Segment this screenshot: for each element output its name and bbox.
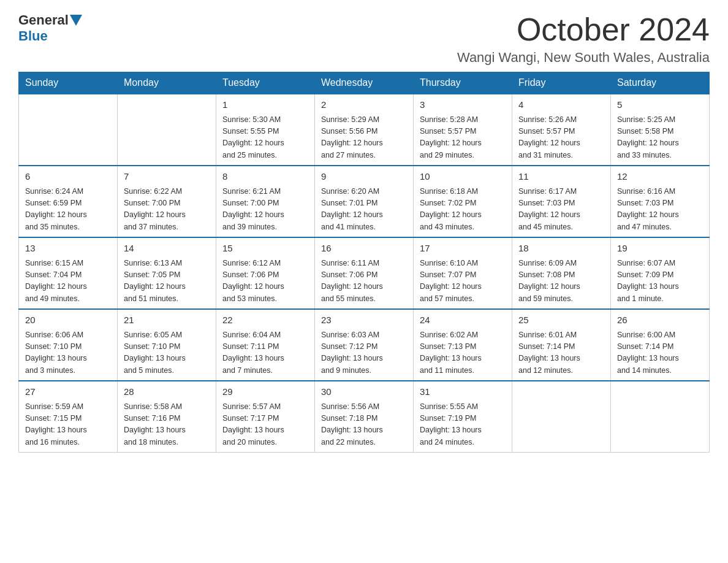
calendar-day-cell: 22Sunrise: 6:04 AM Sunset: 7:11 PM Dayli…	[216, 309, 315, 381]
calendar-day-cell: 4Sunrise: 5:26 AM Sunset: 5:57 PM Daylig…	[512, 94, 611, 166]
day-info: Sunrise: 5:56 AM Sunset: 7:18 PM Dayligh…	[321, 401, 407, 449]
calendar-header-row: SundayMondayTuesdayWednesdayThursdayFrid…	[19, 72, 710, 94]
calendar-day-cell: 27Sunrise: 5:59 AM Sunset: 7:15 PM Dayli…	[19, 381, 118, 453]
calendar-day-cell: 24Sunrise: 6:02 AM Sunset: 7:13 PM Dayli…	[414, 309, 512, 381]
day-number: 22	[222, 313, 308, 327]
day-number: 18	[518, 242, 604, 256]
calendar-day-cell: 10Sunrise: 6:18 AM Sunset: 7:02 PM Dayli…	[414, 166, 512, 237]
day-number: 7	[124, 170, 210, 184]
calendar-day-cell: 7Sunrise: 6:22 AM Sunset: 7:00 PM Daylig…	[118, 166, 216, 237]
day-number: 25	[518, 313, 604, 327]
day-number: 8	[222, 170, 308, 184]
day-number: 5	[617, 98, 703, 112]
calendar-day-cell: 12Sunrise: 6:16 AM Sunset: 7:03 PM Dayli…	[611, 166, 710, 237]
day-number: 14	[124, 242, 210, 256]
day-info: Sunrise: 5:59 AM Sunset: 7:15 PM Dayligh…	[25, 401, 111, 449]
day-info: Sunrise: 6:01 AM Sunset: 7:14 PM Dayligh…	[518, 329, 604, 377]
calendar-day-cell: 26Sunrise: 6:00 AM Sunset: 7:14 PM Dayli…	[611, 309, 710, 381]
calendar-day-cell: 18Sunrise: 6:09 AM Sunset: 7:08 PM Dayli…	[512, 237, 611, 309]
day-info: Sunrise: 6:06 AM Sunset: 7:10 PM Dayligh…	[25, 329, 111, 377]
calendar-day-header: Friday	[512, 72, 611, 94]
day-number: 21	[124, 313, 210, 327]
day-info: Sunrise: 6:03 AM Sunset: 7:12 PM Dayligh…	[321, 329, 407, 377]
calendar-day-cell: 29Sunrise: 5:57 AM Sunset: 7:17 PM Dayli…	[216, 381, 315, 453]
day-number: 31	[420, 385, 506, 399]
day-info: Sunrise: 6:07 AM Sunset: 7:09 PM Dayligh…	[617, 258, 703, 305]
day-info: Sunrise: 6:15 AM Sunset: 7:04 PM Dayligh…	[25, 258, 111, 305]
day-info: Sunrise: 6:12 AM Sunset: 7:06 PM Dayligh…	[222, 258, 308, 305]
day-info: Sunrise: 5:55 AM Sunset: 7:19 PM Dayligh…	[420, 401, 506, 449]
day-info: Sunrise: 6:11 AM Sunset: 7:06 PM Dayligh…	[321, 258, 407, 305]
calendar-day-header: Saturday	[611, 72, 710, 94]
logo-triangle-icon	[70, 15, 82, 27]
calendar-day-cell: 25Sunrise: 6:01 AM Sunset: 7:14 PM Dayli…	[512, 309, 611, 381]
calendar-subtitle: Wangi Wangi, New South Wales, Australia	[457, 50, 710, 66]
calendar-day-header: Tuesday	[216, 72, 315, 94]
calendar-title: October 2024	[457, 12, 710, 47]
day-info: Sunrise: 6:17 AM Sunset: 7:03 PM Dayligh…	[518, 186, 604, 234]
calendar-day-cell: 17Sunrise: 6:10 AM Sunset: 7:07 PM Dayli…	[414, 237, 512, 309]
calendar-empty-cell	[512, 381, 611, 453]
logo: General Blue	[18, 12, 82, 44]
day-number: 27	[25, 385, 111, 399]
calendar-day-cell: 3Sunrise: 5:28 AM Sunset: 5:57 PM Daylig…	[414, 94, 512, 166]
logo-blue-text: Blue	[18, 28, 48, 44]
day-number: 12	[617, 170, 703, 184]
calendar-day-header: Thursday	[414, 72, 512, 94]
calendar-day-header: Monday	[118, 72, 216, 94]
day-info: Sunrise: 5:25 AM Sunset: 5:58 PM Dayligh…	[617, 114, 703, 162]
calendar-day-cell: 5Sunrise: 5:25 AM Sunset: 5:58 PM Daylig…	[611, 94, 710, 166]
calendar-day-cell: 28Sunrise: 5:58 AM Sunset: 7:16 PM Dayli…	[118, 381, 216, 453]
calendar-day-cell: 23Sunrise: 6:03 AM Sunset: 7:12 PM Dayli…	[315, 309, 414, 381]
calendar-day-cell: 14Sunrise: 6:13 AM Sunset: 7:05 PM Dayli…	[118, 237, 216, 309]
day-info: Sunrise: 6:18 AM Sunset: 7:02 PM Dayligh…	[420, 186, 506, 234]
day-number: 24	[420, 313, 506, 327]
calendar-day-cell: 6Sunrise: 6:24 AM Sunset: 6:59 PM Daylig…	[19, 166, 118, 237]
calendar-day-cell: 19Sunrise: 6:07 AM Sunset: 7:09 PM Dayli…	[611, 237, 710, 309]
day-info: Sunrise: 6:00 AM Sunset: 7:14 PM Dayligh…	[617, 329, 703, 377]
calendar-day-cell: 21Sunrise: 6:05 AM Sunset: 7:10 PM Dayli…	[118, 309, 216, 381]
calendar-empty-cell	[611, 381, 710, 453]
day-info: Sunrise: 6:04 AM Sunset: 7:11 PM Dayligh…	[222, 329, 308, 377]
svg-marker-0	[70, 15, 82, 26]
day-info: Sunrise: 6:16 AM Sunset: 7:03 PM Dayligh…	[617, 186, 703, 234]
day-info: Sunrise: 5:28 AM Sunset: 5:57 PM Dayligh…	[420, 114, 506, 162]
day-number: 2	[321, 98, 407, 112]
calendar-week-row: 1Sunrise: 5:30 AM Sunset: 5:55 PM Daylig…	[19, 94, 710, 166]
logo-general-text: General	[18, 12, 69, 28]
day-info: Sunrise: 5:57 AM Sunset: 7:17 PM Dayligh…	[222, 401, 308, 449]
day-info: Sunrise: 6:10 AM Sunset: 7:07 PM Dayligh…	[420, 258, 506, 305]
day-info: Sunrise: 5:58 AM Sunset: 7:16 PM Dayligh…	[124, 401, 210, 449]
day-info: Sunrise: 6:09 AM Sunset: 7:08 PM Dayligh…	[518, 258, 604, 305]
day-number: 20	[25, 313, 111, 327]
day-info: Sunrise: 6:02 AM Sunset: 7:13 PM Dayligh…	[420, 329, 506, 377]
day-number: 30	[321, 385, 407, 399]
calendar-day-cell: 1Sunrise: 5:30 AM Sunset: 5:55 PM Daylig…	[216, 94, 315, 166]
day-number: 17	[420, 242, 506, 256]
calendar-day-header: Wednesday	[315, 72, 414, 94]
day-number: 13	[25, 242, 111, 256]
calendar-day-cell: 9Sunrise: 6:20 AM Sunset: 7:01 PM Daylig…	[315, 166, 414, 237]
day-number: 23	[321, 313, 407, 327]
calendar-day-cell: 15Sunrise: 6:12 AM Sunset: 7:06 PM Dayli…	[216, 237, 315, 309]
calendar-day-cell: 16Sunrise: 6:11 AM Sunset: 7:06 PM Dayli…	[315, 237, 414, 309]
calendar-table: SundayMondayTuesdayWednesdayThursdayFrid…	[18, 72, 710, 453]
calendar-day-cell: 8Sunrise: 6:21 AM Sunset: 7:00 PM Daylig…	[216, 166, 315, 237]
calendar-week-row: 27Sunrise: 5:59 AM Sunset: 7:15 PM Dayli…	[19, 381, 710, 453]
day-number: 19	[617, 242, 703, 256]
day-info: Sunrise: 5:26 AM Sunset: 5:57 PM Dayligh…	[518, 114, 604, 162]
day-number: 28	[124, 385, 210, 399]
day-info: Sunrise: 5:29 AM Sunset: 5:56 PM Dayligh…	[321, 114, 407, 162]
day-info: Sunrise: 6:05 AM Sunset: 7:10 PM Dayligh…	[124, 329, 210, 377]
calendar-day-cell: 13Sunrise: 6:15 AM Sunset: 7:04 PM Dayli…	[19, 237, 118, 309]
calendar-week-row: 6Sunrise: 6:24 AM Sunset: 6:59 PM Daylig…	[19, 166, 710, 237]
day-number: 9	[321, 170, 407, 184]
day-info: Sunrise: 6:22 AM Sunset: 7:00 PM Dayligh…	[124, 186, 210, 234]
day-number: 11	[518, 170, 604, 184]
calendar-day-header: Sunday	[19, 72, 118, 94]
day-info: Sunrise: 6:13 AM Sunset: 7:05 PM Dayligh…	[124, 258, 210, 305]
day-number: 4	[518, 98, 604, 112]
header: General Blue October 2024 Wangi Wangi, N…	[18, 12, 710, 66]
day-number: 3	[420, 98, 506, 112]
title-area: October 2024 Wangi Wangi, New South Wale…	[457, 12, 710, 66]
